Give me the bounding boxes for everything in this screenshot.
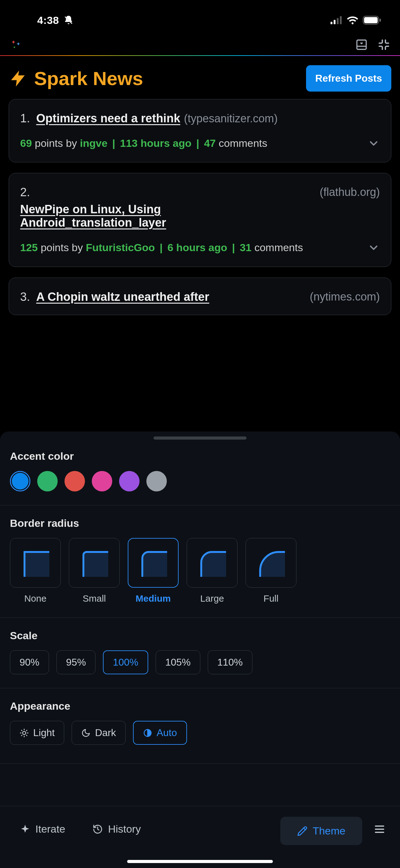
appearance-option[interactable]: Auto xyxy=(133,721,187,745)
app-toolbar xyxy=(0,34,400,56)
page-title: Spark News xyxy=(34,67,143,89)
radius-preview xyxy=(10,538,61,588)
post-domain: (typesanitizer.com) xyxy=(184,112,277,125)
svg-rect-5 xyxy=(364,17,378,23)
status-time: 4:38 xyxy=(37,14,59,26)
svg-rect-6 xyxy=(379,19,381,22)
radius-option[interactable]: Large xyxy=(187,538,237,604)
contrast-icon xyxy=(143,728,152,738)
chevron-down-icon[interactable] xyxy=(367,242,380,254)
cellular-signal-icon xyxy=(331,16,342,24)
accent-color-section: Accent color xyxy=(0,448,400,505)
svg-rect-2 xyxy=(337,18,339,24)
radius-option-label: None xyxy=(24,593,46,604)
appearance-option-label: Auto xyxy=(157,727,177,739)
post-card: 3. A Chopin waltz unearthed after (nytim… xyxy=(9,278,391,315)
page-header: Spark News Refresh Posts xyxy=(0,56,400,99)
accent-swatch[interactable] xyxy=(146,471,167,491)
radius-option[interactable]: Small xyxy=(69,538,120,604)
accent-swatch[interactable] xyxy=(92,471,112,491)
nav-label: Theme xyxy=(312,825,345,837)
section-label: Appearance xyxy=(10,700,390,712)
radius-preview xyxy=(245,538,296,588)
radius-option-label: Large xyxy=(200,593,224,604)
radius-preview xyxy=(187,538,237,588)
radius-option[interactable]: None xyxy=(10,538,61,604)
refresh-posts-button[interactable]: Refresh Posts xyxy=(306,65,391,92)
radius-option[interactable]: Full xyxy=(245,538,296,604)
post-title-link[interactable]: Optimizers need a rethink xyxy=(36,112,180,125)
scale-option[interactable]: 90% xyxy=(10,650,49,674)
section-label: Border radius xyxy=(10,517,390,529)
section-label: Accent color xyxy=(10,450,390,462)
appearance-option[interactable]: Dark xyxy=(72,721,126,745)
sparkle-logo-icon[interactable] xyxy=(9,38,23,52)
nav-history[interactable]: History xyxy=(82,817,151,841)
radius-option[interactable]: Medium xyxy=(128,538,178,604)
radius-preview xyxy=(128,538,178,588)
theme-sheet: Accent color Border radius NoneSmallMedi… xyxy=(0,432,400,868)
svg-rect-3 xyxy=(340,16,342,24)
scale-section: Scale 90%95%100%105%110% xyxy=(0,618,400,688)
post-meta: 125 points by FuturisticGoo | 6 hours ag… xyxy=(20,240,303,255)
chevron-down-icon[interactable] xyxy=(367,137,380,150)
scale-option[interactable]: 95% xyxy=(57,650,96,674)
radius-preview xyxy=(69,538,120,588)
post-domain: (flathub.org) xyxy=(320,186,380,199)
radius-option-label: Medium xyxy=(135,593,171,604)
svg-rect-1 xyxy=(334,20,335,24)
post-meta: 69 points by ingve | 113 hours ago | 47 … xyxy=(20,136,267,151)
nav-label: History xyxy=(108,823,141,835)
radius-option-label: Full xyxy=(264,593,278,604)
post-card: 1. Optimizers need a rethink (typesaniti… xyxy=(9,99,391,162)
moon-icon xyxy=(81,728,91,738)
menu-button[interactable] xyxy=(368,817,391,842)
appearance-option-label: Dark xyxy=(95,727,116,739)
appearance-option-label: Light xyxy=(33,727,55,739)
accent-swatch[interactable] xyxy=(65,471,85,491)
post-rank: 1. xyxy=(20,112,30,125)
nav-iterate[interactable]: Iterate xyxy=(9,817,76,841)
scale-option[interactable]: 110% xyxy=(208,650,253,674)
post-rank: 3. xyxy=(20,290,30,304)
svg-point-8 xyxy=(23,732,26,735)
sheet-drag-handle[interactable] xyxy=(154,436,246,440)
bottom-nav: Iterate History Theme xyxy=(0,806,400,868)
status-bar: 4:38 xyxy=(0,0,400,34)
svg-rect-0 xyxy=(331,22,332,24)
scale-option[interactable]: 105% xyxy=(156,650,200,674)
lightning-icon xyxy=(9,69,28,88)
nav-theme[interactable]: Theme xyxy=(280,817,362,845)
post-rank: 2. xyxy=(20,186,30,199)
svg-rect-7 xyxy=(357,40,366,49)
nav-label: Iterate xyxy=(35,823,65,835)
panel-bottom-icon[interactable] xyxy=(355,38,368,52)
collapse-icon[interactable] xyxy=(377,38,391,52)
wifi-icon xyxy=(347,16,359,25)
sun-icon xyxy=(20,728,29,738)
post-title-link[interactable]: A Chopin waltz unearthed after xyxy=(36,290,209,304)
posts-list: 1. Optimizers need a rethink (typesaniti… xyxy=(0,99,400,315)
section-label: Scale xyxy=(10,629,390,642)
radius-option-label: Small xyxy=(82,593,106,604)
accent-swatch[interactable] xyxy=(119,471,139,491)
battery-icon xyxy=(363,16,381,25)
border-radius-section: Border radius NoneSmallMediumLargeFull xyxy=(0,505,400,618)
post-title-link[interactable]: NewPipe on Linux, Using Android_translat… xyxy=(20,203,268,229)
appearance-section: Appearance LightDarkAuto xyxy=(0,688,400,764)
scale-option[interactable]: 100% xyxy=(103,650,148,674)
home-indicator[interactable] xyxy=(127,860,273,863)
bell-slash-icon xyxy=(63,15,74,26)
post-card: 2. NewPipe on Linux, Using Android_trans… xyxy=(9,173,391,267)
post-domain: (nytimes.com) xyxy=(310,290,380,303)
accent-swatch[interactable] xyxy=(10,471,30,491)
appearance-option[interactable]: Light xyxy=(10,721,64,745)
accent-swatch[interactable] xyxy=(37,471,58,491)
